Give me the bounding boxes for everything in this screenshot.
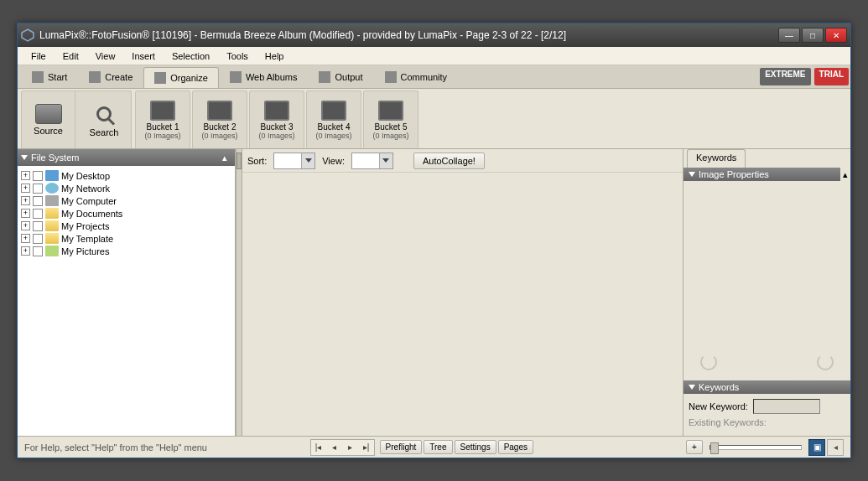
existing-keywords-label: Existing Keywords: — [689, 417, 767, 427]
expander-icon[interactable]: + — [21, 209, 30, 218]
preflight-button[interactable]: Preflight — [380, 440, 423, 454]
statusbar: For Help, select "Help" from the "Help" … — [18, 436, 850, 458]
close-button[interactable]: ✕ — [825, 28, 847, 43]
chevron-down-icon — [301, 153, 314, 168]
view-label: View: — [322, 156, 345, 166]
tab-web-albums[interactable]: Web Albums — [219, 65, 309, 88]
list-icon — [154, 72, 166, 84]
left-panel: File System ▴ +My Desktop+My Network+My … — [18, 149, 236, 436]
bucket-5[interactable]: Bucket 5(0 Images) — [363, 91, 418, 148]
settings-button[interactable]: Settings — [455, 440, 496, 454]
checkbox[interactable] — [33, 171, 43, 181]
thumbnail-area — [242, 173, 683, 436]
slider-thumb[interactable] — [710, 442, 719, 454]
tab-community[interactable]: Community — [374, 65, 459, 88]
keywords-header[interactable]: Keywords — [683, 380, 850, 394]
image-properties-header[interactable]: Image Properties — [683, 168, 840, 181]
page-nav: |◂ ◂ ▸ ▸| — [310, 439, 375, 456]
extreme-badge: EXTREME — [760, 68, 810, 85]
tree-item-my-template[interactable]: +My Template — [21, 232, 231, 245]
sort-bar: Sort: View: AutoCollage! — [242, 149, 683, 173]
bucket-2[interactable]: Bucket 2(0 Images) — [192, 91, 247, 148]
autocollage-button[interactable]: AutoCollage! — [413, 153, 485, 169]
app-icon — [21, 28, 34, 42]
pages-button[interactable]: Pages — [498, 440, 533, 454]
tab-output[interactable]: Output — [308, 65, 373, 88]
tree-item-my-projects[interactable]: +My Projects — [21, 220, 231, 232]
tree-item-my-computer[interactable]: +My Computer — [21, 194, 231, 207]
checkbox[interactable] — [33, 196, 43, 206]
bucket-1[interactable]: Bucket 1(0 Images) — [135, 91, 190, 148]
first-page-button[interactable]: |◂ — [311, 440, 326, 455]
arrow-icon — [319, 71, 330, 83]
tree-item-my-documents[interactable]: +My Documents — [21, 207, 231, 220]
prev-page-button[interactable]: ◂ — [327, 440, 342, 455]
menu-insert[interactable]: Insert — [123, 49, 164, 64]
next-page-button[interactable]: ▸ — [343, 440, 358, 455]
disk-icon[interactable]: ▣ — [808, 439, 825, 456]
titlebar: LumaPix®::FotoFusion® [110196] - Bermuda… — [18, 23, 850, 47]
expander-icon[interactable]: + — [21, 246, 30, 256]
scroll-up-button[interactable]: ▴ — [840, 168, 850, 181]
menu-help[interactable]: Help — [257, 49, 293, 64]
folder-icon — [45, 220, 59, 231]
tree-item-my-desktop[interactable]: +My Desktop — [21, 169, 231, 182]
maximize-button[interactable]: □ — [802, 28, 824, 43]
tree-button[interactable]: Tree — [424, 440, 452, 454]
app-window: LumaPix®::FotoFusion® [110196] - Bermuda… — [17, 23, 851, 458]
menu-edit[interactable]: Edit — [55, 49, 87, 64]
tab-organize[interactable]: Organize — [143, 67, 219, 88]
community-icon — [385, 71, 397, 83]
tab-start[interactable]: Start — [21, 65, 78, 88]
splitter-left[interactable] — [236, 149, 242, 436]
new-keyword-label: New Keyword: — [689, 401, 748, 411]
source-button[interactable]: Source — [22, 91, 75, 148]
minimize-button[interactable]: — — [778, 28, 800, 43]
checkbox[interactable] — [33, 246, 43, 256]
expander-icon[interactable]: + — [21, 184, 30, 193]
search-button[interactable]: Search — [77, 91, 131, 148]
chevron-down-icon — [379, 153, 392, 168]
expander-icon[interactable]: + — [21, 196, 30, 205]
file-system-header[interactable]: File System ▴ — [18, 149, 235, 166]
menubar: FileEditViewInsertSelectionToolsHelp — [18, 47, 850, 65]
redo-icon[interactable] — [817, 354, 834, 370]
folder-icon — [45, 183, 59, 194]
menu-file[interactable]: File — [23, 49, 55, 64]
tab-create[interactable]: Create — [78, 65, 143, 88]
add-button[interactable]: + — [686, 440, 703, 454]
bucket-icon — [321, 101, 346, 121]
bucket-icon — [264, 101, 289, 121]
tree-item-my-network[interactable]: +My Network — [21, 182, 231, 194]
expander-icon[interactable]: + — [21, 221, 30, 230]
panel-up-icon[interactable]: ▴ — [218, 151, 231, 164]
collapse-icon — [689, 172, 695, 177]
bucket-4[interactable]: Bucket 4(0 Images) — [306, 91, 361, 148]
expander-icon[interactable]: + — [21, 234, 30, 243]
checkbox[interactable] — [33, 234, 43, 244]
sort-dropdown[interactable] — [273, 153, 315, 169]
tree-item-my-pictures[interactable]: +My Pictures — [21, 245, 231, 257]
menu-selection[interactable]: Selection — [164, 49, 218, 64]
checkbox[interactable] — [33, 209, 43, 219]
right-tabs: Keywords — [683, 149, 850, 168]
status-help-text: For Help, select "Help" from the "Help" … — [24, 442, 310, 453]
checkbox[interactable] — [33, 221, 43, 231]
menu-tools[interactable]: Tools — [218, 49, 257, 64]
tab-keywords[interactable]: Keywords — [687, 149, 746, 168]
bucket-3[interactable]: Bucket 3(0 Images) — [249, 91, 304, 148]
new-keyword-input[interactable] — [753, 399, 820, 414]
collapse-panel-button[interactable]: ◂ — [827, 439, 844, 456]
menu-view[interactable]: View — [87, 49, 124, 64]
zoom-slider[interactable] — [709, 445, 802, 450]
plus-icon — [89, 71, 101, 83]
source-search-group: Source Search — [21, 91, 132, 148]
checkbox[interactable] — [33, 184, 43, 194]
last-page-button[interactable]: ▸| — [359, 440, 374, 455]
undo-icon[interactable] — [700, 354, 717, 370]
expander-icon[interactable]: + — [21, 171, 30, 180]
drive-icon — [35, 104, 62, 124]
search-icon — [92, 102, 116, 126]
window-controls: — □ ✕ — [778, 28, 847, 43]
view-dropdown[interactable] — [351, 153, 393, 169]
